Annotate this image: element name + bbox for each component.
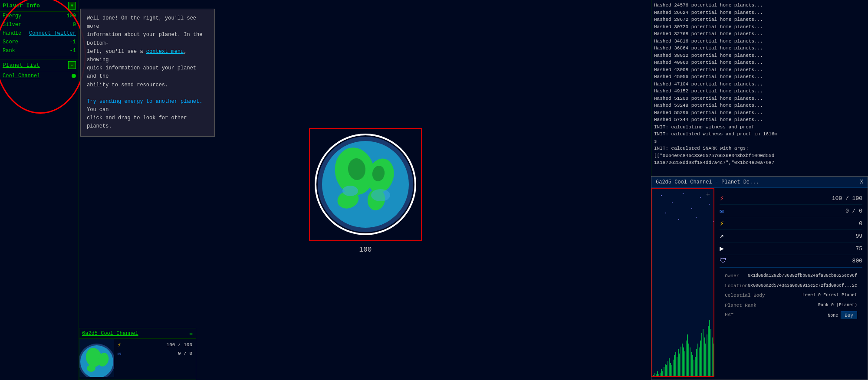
chart-bar (692, 355, 693, 376)
log-line: Hashed 43008 potential home planets... (654, 66, 865, 74)
log-line: [["0x64e9c846c33e557576636B343b3bf1090d5… (654, 152, 865, 160)
chart-bar (666, 365, 667, 376)
player-info-collapse[interactable]: ▼ (68, 2, 76, 10)
detail-shield-value: 800 (852, 258, 862, 264)
star (709, 204, 710, 205)
star (661, 195, 662, 196)
score-label: Score (3, 39, 18, 45)
detail-title: 6a2d5 Cool Channel - Planet De... (656, 179, 759, 185)
energy-icon: ⚡ (118, 341, 121, 348)
chart-bar (665, 364, 666, 376)
planet-rank-value: Rank 0 (Planet) (818, 302, 857, 309)
energy-row: Energy 100 (0, 12, 79, 20)
connect-twitter-link[interactable]: Connect Twitter (29, 30, 76, 36)
planet-box (309, 128, 422, 241)
chart-zoom-icon[interactable]: + (706, 191, 710, 199)
chart-bars (652, 315, 713, 376)
star (696, 217, 697, 218)
chart-bar (691, 352, 692, 376)
log-line: Hashed 55296 potential home planets... (654, 109, 865, 117)
buy-button[interactable]: Buy (841, 311, 857, 319)
chart-bar (703, 329, 704, 376)
star (672, 202, 673, 203)
hat-row: HAT None Buy (725, 310, 857, 321)
planet-name[interactable]: Cool Channel (3, 73, 40, 79)
log-line: Hashed 28672 potential home planets... (654, 16, 865, 23)
chart-bar (661, 369, 662, 376)
svg-point-15 (87, 365, 95, 372)
star (678, 219, 679, 220)
chart-bar (683, 347, 684, 376)
chart-bar (667, 361, 668, 376)
bottom-panel-edit-icon[interactable]: ✏ (190, 330, 193, 337)
owner-row: Owner 0x1d08da1292b736892fbb8624afa38cb8… (725, 271, 857, 281)
planet-list-header: Planet List ✏ (0, 59, 79, 71)
rank-label: Rank (3, 48, 15, 54)
energy-label: Energy (3, 13, 21, 19)
log-line: Hashed 47104 potential home planets... (654, 81, 865, 88)
chart-bar (677, 357, 677, 376)
chart-bar (679, 354, 680, 376)
log-line: Hashed 30720 potential home planets... (654, 23, 865, 31)
location-value: 0x00006a2d5743a3a0e88915e2c72f1d096cf...… (748, 282, 857, 290)
log-line: Hashed 38912 potential home planets... (654, 52, 865, 59)
chart-bar (713, 344, 714, 376)
svg-point-8 (371, 189, 390, 201)
svg-point-7 (342, 186, 358, 196)
tutorial-tooltip: Well done! On the right, you'll see more… (80, 9, 215, 137)
log-panel: Hashed 24576 potential home planets...Ha… (651, 0, 868, 176)
chart-bar (687, 334, 688, 376)
chart-bar (678, 349, 679, 376)
player-info-title[interactable]: Player Info (3, 3, 40, 9)
star (691, 208, 692, 209)
celestial-label: Celestial Body (725, 292, 765, 299)
silver-value: 0 (73, 22, 76, 28)
chart-bar (671, 365, 672, 376)
score-row: Score -1 (0, 38, 79, 46)
log-line: Hashed 36864 potential home planets... (654, 45, 865, 52)
detail-close-button[interactable]: X (860, 179, 863, 185)
chart-bar (674, 355, 675, 376)
chart-bar (684, 351, 685, 376)
detail-arrow-value: 99 (855, 233, 862, 239)
mini-planet-preview (79, 339, 114, 377)
chart-bar (695, 357, 696, 376)
bottom-energy-row: ⚡ 100 / 100 (118, 341, 192, 349)
star (713, 221, 714, 222)
mini-planet-svg (79, 342, 114, 377)
chart-bar (707, 334, 707, 376)
planet-list-edit-icon[interactable]: ✏ (68, 61, 76, 69)
chart-bar (682, 344, 683, 376)
planet-score-label: 100 (359, 246, 372, 254)
detail-arrow-icon: ↗ (720, 232, 724, 240)
log-line: Hashed 24576 potential home planets... (654, 2, 865, 9)
location-label: Location (725, 282, 748, 290)
log-line: Hashed 34816 potential home planets... (654, 38, 865, 45)
log-line: Hashed 32768 potential home planets... (654, 30, 865, 38)
planet-container: 100 (309, 128, 422, 241)
detail-header: 6a2d5 Cool Channel - Planet De... X (651, 177, 868, 188)
handle-label: Handle (3, 30, 21, 36)
list-item[interactable]: Cool Channel (0, 71, 79, 81)
silver-row: Silver 0 (0, 20, 79, 29)
detail-silver-row: ✉ 0 / 0 (720, 205, 862, 217)
chart-bar (704, 337, 705, 376)
detail-play-row: ▶ 75 (720, 242, 862, 255)
log-line: Hashed 26624 potential home planets... (654, 9, 865, 16)
detail-bolt-row: ⚡ 0 (720, 217, 862, 230)
detail-bolt-value: 0 (859, 220, 862, 227)
energy-value: 100 (66, 13, 76, 19)
bottom-stats: ⚡ 100 / 100 ✉ 0 / 0 (114, 339, 196, 378)
detail-play-value: 75 (855, 246, 862, 252)
chart-bar (709, 320, 710, 376)
sidebar-divider (0, 57, 79, 57)
planet-list-title[interactable]: Planet List (3, 62, 40, 69)
detail-stats: ⚡ 100 / 100 ✉ 0 / 0 ⚡ 0 ↗ 99 ▶ 75 🛡 800 (714, 188, 868, 377)
bottom-panel-title[interactable]: 6a2d5 Cool Channel (82, 331, 138, 337)
owner-value: 0x1d08da1292b736892fbb8624afa38cb8625ec9… (748, 272, 857, 280)
detail-arrow-row: ↗ 99 (720, 230, 862, 242)
chart-bar (697, 344, 698, 376)
silver-label: Silver (3, 22, 21, 28)
celestial-value: Level 0 Forest Planet (802, 292, 857, 299)
chart-bar (670, 363, 671, 376)
